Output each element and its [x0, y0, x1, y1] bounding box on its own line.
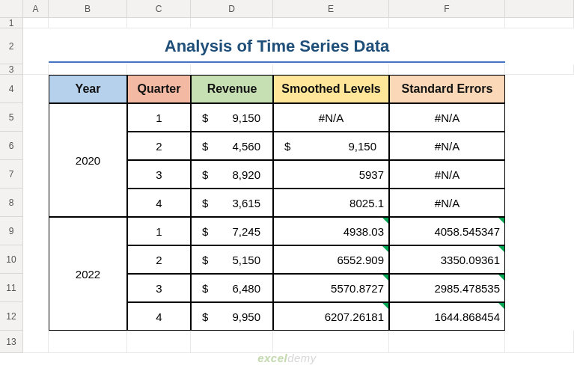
cell-blank-13-5[interactable] — [389, 331, 505, 353]
cell-blank-13-6[interactable] — [505, 331, 574, 353]
cell-revenue-11[interactable]: $6,480 — [191, 274, 273, 302]
cell-G4[interactable] — [505, 75, 574, 103]
row-header-8[interactable]: 8 — [0, 189, 23, 217]
select-all-corner[interactable] — [0, 0, 23, 18]
cell-A6[interactable] — [23, 132, 49, 160]
row-header-9[interactable]: 9 — [0, 217, 23, 245]
cell-A9[interactable] — [23, 217, 49, 245]
cell-G6[interactable] — [505, 132, 574, 160]
cell-G8[interactable] — [505, 189, 574, 217]
cell-blank-13-0[interactable] — [23, 331, 49, 353]
cell-quarter-7[interactable]: 3 — [127, 160, 191, 189]
cell-A10[interactable] — [23, 245, 49, 274]
row-header-10[interactable]: 10 — [0, 245, 23, 274]
col-header-C[interactable]: C — [127, 0, 191, 18]
cell-stderr-7[interactable]: #N/A — [389, 160, 505, 189]
cell-quarter-8[interactable]: 4 — [127, 189, 191, 217]
cell-stderr-11[interactable]: 2985.478535 — [389, 274, 505, 302]
cell-smoothed-8[interactable]: 8025.1 — [273, 189, 389, 217]
cell-stderr-12[interactable]: 1644.868454 — [389, 302, 505, 331]
cell-stderr-9[interactable]: 4058.545347 — [389, 217, 505, 245]
cell-A4[interactable] — [23, 75, 49, 103]
cell-revenue-12[interactable]: $9,950 — [191, 302, 273, 331]
col-header-revenue: Revenue — [191, 75, 273, 103]
cell-quarter-6[interactable]: 2 — [127, 132, 191, 160]
cell-A12[interactable] — [23, 302, 49, 331]
cell-smoothed-5[interactable]: #N/A — [273, 103, 389, 132]
cell-G2[interactable] — [505, 28, 574, 64]
row-header-4[interactable]: 4 — [0, 75, 23, 103]
cell-blank-1-1[interactable] — [49, 18, 127, 28]
cell-blank-3-5[interactable] — [389, 64, 505, 75]
cell-blank-1-0[interactable] — [23, 18, 49, 28]
cell-revenue-10[interactable]: $5,150 — [191, 245, 273, 274]
cell-quarter-10[interactable]: 2 — [127, 245, 191, 274]
cell-A11[interactable] — [23, 274, 49, 302]
cell-G12[interactable] — [505, 302, 574, 331]
cell-smoothed-11[interactable]: 5570.8727 — [273, 274, 389, 302]
col-header-F[interactable]: F — [389, 0, 505, 18]
col-header-B[interactable]: B — [49, 0, 127, 18]
cell-quarter-9[interactable]: 1 — [127, 217, 191, 245]
cell-blank-13-2[interactable] — [127, 331, 191, 353]
col-header-D[interactable]: D — [191, 0, 273, 18]
cell-stderr-6[interactable]: #N/A — [389, 132, 505, 160]
revenue-value: 3,615 — [232, 197, 268, 209]
row-header-7[interactable]: 7 — [0, 160, 23, 189]
cell-blank-13-4[interactable] — [273, 331, 389, 353]
cell-A7[interactable] — [23, 160, 49, 189]
row-header-2[interactable]: 2 — [0, 28, 23, 64]
cell-quarter-5[interactable]: 1 — [127, 103, 191, 132]
col-header-E[interactable]: E — [273, 0, 389, 18]
row-header-12[interactable]: 12 — [0, 302, 23, 331]
dollar-sign-icon: $ — [196, 197, 208, 209]
col-header-A[interactable]: A — [23, 0, 49, 18]
cell-quarter-12[interactable]: 4 — [127, 302, 191, 331]
cell-smoothed-9[interactable]: 4938.03 — [273, 217, 389, 245]
cell-A2[interactable] — [23, 28, 49, 64]
cell-year-2022[interactable]: 2022 — [49, 217, 127, 331]
cell-blank-3-4[interactable] — [273, 64, 389, 75]
cell-blank-3-3[interactable] — [191, 64, 273, 75]
cell-smoothed-12[interactable]: 6207.26181 — [273, 302, 389, 331]
row-header-13[interactable]: 13 — [0, 331, 23, 353]
cell-quarter-11[interactable]: 3 — [127, 274, 191, 302]
row-header-3[interactable]: 3 — [0, 64, 23, 75]
cell-A8[interactable] — [23, 189, 49, 217]
cell-blank-3-1[interactable] — [49, 64, 127, 75]
row-header-1[interactable]: 1 — [0, 18, 23, 28]
row-header-5[interactable]: 5 — [0, 103, 23, 132]
cell-revenue-9[interactable]: $7,245 — [191, 217, 273, 245]
cell-blank-1-3[interactable] — [191, 18, 273, 28]
cell-stderr-10[interactable]: 3350.09361 — [389, 245, 505, 274]
cell-G9[interactable] — [505, 217, 574, 245]
cell-revenue-5[interactable]: $9,150 — [191, 103, 273, 132]
cell-blank-13-3[interactable] — [191, 331, 273, 353]
cell-stderr-5[interactable]: #N/A — [389, 103, 505, 132]
cell-G5[interactable] — [505, 103, 574, 132]
cell-G7[interactable] — [505, 160, 574, 189]
col-header-extra[interactable] — [505, 0, 574, 18]
cell-G11[interactable] — [505, 274, 574, 302]
cell-revenue-8[interactable]: $3,615 — [191, 189, 273, 217]
cell-smoothed-10[interactable]: 6552.909 — [273, 245, 389, 274]
cell-year-2020[interactable]: 2020 — [49, 103, 127, 217]
cell-revenue-6[interactable]: $4,560 — [191, 132, 273, 160]
cell-smoothed-7[interactable]: 5937 — [273, 160, 389, 189]
cell-A5[interactable] — [23, 103, 49, 132]
cell-smoothed-6[interactable]: $9,150 — [273, 132, 389, 160]
cell-stderr-8[interactable]: #N/A — [389, 189, 505, 217]
cell-blank-3-2[interactable] — [127, 64, 191, 75]
cell-blank-1-5[interactable] — [389, 18, 505, 28]
col-header-smoothed: Smoothed Levels — [273, 75, 389, 103]
cell-blank-1-2[interactable] — [127, 18, 191, 28]
cell-revenue-7[interactable]: $8,920 — [191, 160, 273, 189]
cell-blank-13-1[interactable] — [49, 331, 127, 353]
cell-blank-1-6[interactable] — [505, 18, 574, 28]
cell-blank-3-6[interactable] — [505, 64, 574, 75]
cell-blank-1-4[interactable] — [273, 18, 389, 28]
row-header-6[interactable]: 6 — [0, 132, 23, 160]
row-header-11[interactable]: 11 — [0, 274, 23, 302]
cell-blank-3-0[interactable] — [23, 64, 49, 75]
cell-G10[interactable] — [505, 245, 574, 274]
